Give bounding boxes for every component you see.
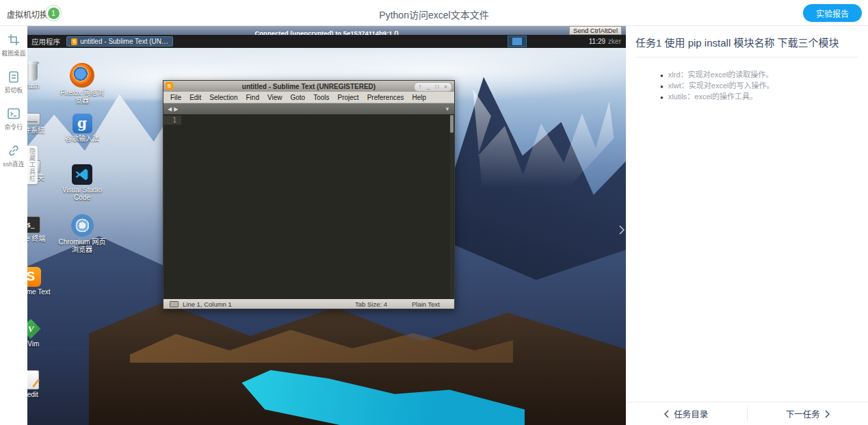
sidebar-item-terminal[interactable]: 命令行 — [0, 107, 27, 132]
logged-user: zker — [608, 38, 621, 45]
menu-edit[interactable]: Edit — [185, 94, 205, 101]
chromium-icon — [71, 214, 94, 237]
desktop-icon-filesystem[interactable]: 文件系统 — [27, 113, 55, 134]
desktop-icon-firefox[interactable]: Firefox 网络浏览器 — [58, 63, 106, 104]
hide-toolbar-tab[interactable]: 隐藏工具栏 — [27, 146, 38, 184]
maximize-button[interactable]: □ — [435, 83, 438, 90]
menu-find[interactable]: Find — [242, 94, 263, 101]
line-number: 1 — [163, 116, 181, 125]
sidebar-item-clipboard[interactable]: 剪切板 — [0, 70, 27, 95]
bullet-icon: ● — [660, 92, 663, 103]
syntax-status[interactable]: Plain Text — [412, 300, 440, 308]
task-title: 任务1 使用 pip install 模块名称 下载三个模块 — [635, 35, 858, 49]
menu-preferences[interactable]: Preferences — [363, 94, 408, 101]
trash-icon — [27, 64, 38, 81]
desktop-area[interactable]: Trash 文件系统 主文件夹 $_ Xfce 终端 S Sublime Tex… — [27, 48, 626, 425]
menu-help[interactable]: Help — [408, 94, 431, 101]
task-footer: 任务目录 下一任务 — [626, 402, 868, 425]
sublime-icon: S — [71, 38, 77, 45]
sublime-editor[interactable]: 1 — [163, 114, 454, 299]
desktop-icon-xfce-terminal[interactable]: $_ Xfce 终端 — [27, 216, 55, 242]
menu-file[interactable]: File — [166, 94, 185, 101]
send-ctrl-alt-del-button[interactable]: Send CtrlAltDel — [569, 26, 622, 35]
page-title: Python访问excel文本文件 — [0, 8, 868, 21]
desktop-icon-label: 谷歌输入法 — [58, 135, 106, 142]
applications-menu[interactable]: 应用程序 — [28, 36, 64, 47]
menu-view[interactable]: View — [263, 94, 287, 101]
menu-selection[interactable]: Selection — [205, 94, 241, 101]
vscode-icon — [72, 164, 92, 185]
wallpaper-lit-ridge — [130, 322, 513, 363]
crop-icon — [7, 33, 21, 47]
list-item: ● xlrd：实现对excel的读取操作。 — [660, 70, 857, 81]
menu-project[interactable]: Project — [334, 94, 363, 101]
menu-tools[interactable]: Tools — [309, 94, 333, 101]
desktop-icon-trash[interactable]: Trash — [27, 64, 55, 90]
taskbar-window-title: untitled - Sublime Text (UN… — [80, 38, 168, 45]
desktop-icon-label: Chromium 网页浏览器 — [58, 238, 106, 253]
terminal-icon — [7, 107, 21, 120]
tab-scroll-arrows[interactable]: ◀▶ — [168, 106, 180, 112]
close-button[interactable]: × — [444, 83, 447, 90]
window-title: untitled - Sublime Text (UNREGISTERED) — [163, 83, 454, 90]
vnc-viewport: Connected (unencrypted) to 5e15374114b9:… — [27, 26, 626, 425]
desktop-icon-vscode[interactable]: Visual Studio Code — [58, 164, 106, 201]
task-divider — [635, 57, 858, 57]
workspace-switcher[interactable] — [508, 36, 527, 47]
task-item-text: xlutils：excel的操作工具。 — [668, 92, 757, 102]
taskbar-window-sublime[interactable]: S untitled - Sublime Text (UN… — [66, 36, 173, 47]
sublime-icon: S — [27, 267, 41, 287]
link-icon — [7, 144, 21, 157]
sidebar-item-label: 截图桌面 — [1, 49, 25, 57]
list-item: ● xlutils：excel的操作工具。 — [660, 92, 857, 103]
vnc-status-bar: Connected (unencrypted) to 5e15374114b9:… — [27, 26, 626, 35]
desktop-icon-label: gedit — [27, 391, 55, 398]
desktop-icon-label: Sublime Text — [27, 288, 55, 296]
terminal-app-icon: $_ — [27, 216, 40, 233]
desktop-icon-gedit[interactable]: gedit — [27, 370, 55, 398]
desktop-icon-label: Visual Studio Code — [58, 186, 106, 201]
bullet-icon: ● — [660, 70, 663, 81]
sidebar-item-label: 剪切板 — [1, 86, 25, 94]
desktop-icon-label: Trash — [27, 82, 55, 90]
sublime-menubar: File Edit Selection Find View Goto Tools… — [163, 92, 454, 103]
wallpaper-turquoise-lake — [236, 355, 525, 425]
cursor-position-status[interactable]: Line 1, Column 1 — [183, 300, 232, 308]
sidebar-item-label: 命令行 — [1, 123, 25, 131]
task-catalog-link[interactable]: 任务目录 — [626, 402, 747, 425]
experiment-report-button[interactable]: 实验报告 — [803, 4, 862, 22]
clipboard-icon — [7, 70, 21, 83]
desktop-icon-google-pinyin[interactable]: g 谷歌输入法 — [58, 114, 106, 142]
gedit-icon — [27, 370, 39, 389]
desktop-icon-gvim[interactable]: V GVim — [27, 319, 55, 348]
panel-collapse-handle[interactable] — [618, 221, 626, 239]
sublime-titlebar[interactable]: S untitled - Sublime Text (UNREGISTERED)… — [163, 81, 454, 92]
shade-button[interactable]: ↑ — [419, 83, 421, 90]
tab-size-status[interactable]: Tab Size: 4 — [355, 300, 387, 308]
desktop-icon-chromium[interactable]: Chromium 网页浏览器 — [58, 214, 106, 253]
scrollbar-thumb[interactable] — [450, 115, 453, 133]
minimize-button[interactable]: _ — [427, 83, 430, 90]
sublime-icon: S — [166, 82, 173, 90]
sidebar-item-ssh[interactable]: ssh直连 — [0, 144, 27, 169]
desktop-icon-sublime[interactable]: S Sublime Text — [27, 267, 55, 296]
statusbar-icon — [170, 301, 179, 307]
chevron-right-icon — [619, 225, 624, 235]
menu-goto[interactable]: Goto — [286, 94, 309, 101]
tab-overflow-icon[interactable]: ▼ — [445, 106, 450, 112]
taskbar-clock: 11:29 zker — [589, 35, 621, 48]
task-item-text: xlrd：实现对excel的读取操作。 — [668, 70, 773, 80]
bullet-icon: ● — [660, 81, 663, 92]
clock-time: 11:29 — [589, 38, 605, 45]
hide-toolbar-label: 隐藏工具栏 — [28, 148, 37, 182]
desktop-icon-label: Firefox 网络浏览器 — [58, 89, 106, 104]
drive-icon — [27, 113, 40, 125]
gvim-icon: V — [27, 319, 41, 339]
editor-scrollbar[interactable] — [450, 115, 453, 298]
desktop-taskbar: 应用程序 S untitled - Sublime Text (UN… 11:2… — [27, 35, 626, 48]
sublime-statusbar: Line 1, Column 1 Tab Size: 4 Plain Text — [163, 299, 454, 309]
next-task-link[interactable]: 下一任务 — [748, 402, 868, 425]
google-pinyin-icon: g — [73, 114, 92, 133]
task-panel: 任务1 使用 pip install 模块名称 下载三个模块 ● xlrd：实现… — [626, 26, 868, 425]
sidebar-item-screenshot[interactable]: 截图桌面 — [0, 33, 27, 58]
